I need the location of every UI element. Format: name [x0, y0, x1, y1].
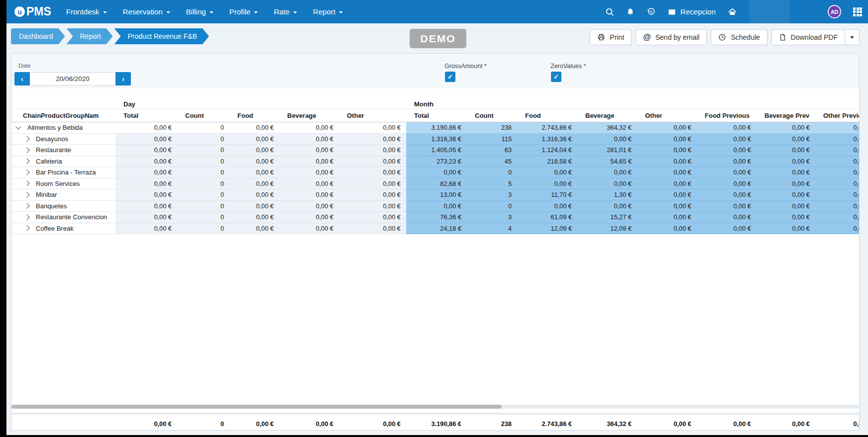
column-header-month-other-previous[interactable]: Other Previous [815, 109, 859, 122]
date-input[interactable] [30, 72, 115, 86]
row-value-cell: 0,00 € [697, 134, 757, 145]
table-row-bar-piscina-terraza[interactable]: Bar Piscina - Terraza0,00 €00,00 €0,00 €… [11, 167, 859, 178]
row-value-cell: 0,00 € [339, 145, 406, 156]
table-row-cafeteria[interactable]: Cafeteria0,00 €00,00 €0,00 €0,00 €273,23… [11, 156, 859, 168]
breadcrumb-item-dashboard[interactable]: Dashboard [11, 28, 65, 44]
table-row-restaurante-convencion[interactable]: Restaurante Convencion0,00 €00,00 €0,00 … [11, 212, 859, 223]
row-value-cell: 0,00 € [815, 122, 859, 134]
expand-chevron-icon[interactable] [24, 192, 29, 197]
expand-chevron-icon[interactable] [24, 159, 29, 164]
nav-item-report[interactable]: Report [313, 7, 343, 16]
search-icon[interactable] [605, 7, 614, 16]
pms-logo-text: PMS [26, 5, 51, 18]
row-name-cell: Bar Piscina - Terraza [11, 167, 115, 178]
row-value-cell: 1.316,36 € [517, 134, 577, 145]
column-header-name[interactable]: ChainProductGroupNam [11, 109, 115, 122]
totals-value-cell: 0,00 € [229, 417, 279, 430]
column-header-month-other[interactable]: Other [637, 109, 697, 122]
column-header-day-count[interactable]: Count [177, 109, 229, 122]
table-row-banquetes[interactable]: Banquetes0,00 €00,00 €0,00 €0,00 €0,00 €… [11, 201, 859, 212]
row-value-cell: 1.405,05 € [406, 145, 467, 156]
horizontal-scrollbar-thumb[interactable] [11, 405, 502, 409]
horizontal-scrollbar[interactable] [11, 405, 859, 409]
row-value-cell: 2.743,86 € [517, 122, 577, 134]
nav-item-frontdesk[interactable]: Frontdesk [66, 7, 107, 16]
column-header-month-count[interactable]: Count [467, 109, 517, 122]
breadcrumb-item-report[interactable]: Report [67, 28, 113, 44]
breadcrumb-item-product-revenue-f-b[interactable]: Product Revenue F&B [114, 28, 209, 44]
app-window: u PMS FrontdeskReservationBillingProfile… [6, 0, 868, 435]
table-row-desayunos[interactable]: Desayunos0,00 €00,00 €0,00 €0,00 €1.316,… [11, 134, 859, 145]
pms-logo[interactable]: u PMS [14, 5, 51, 18]
row-value-cell: 0 [177, 189, 229, 201]
row-value-cell: 0,00 € [815, 145, 859, 156]
row-value-cell: 76,36 € [406, 212, 467, 223]
download-options-button[interactable] [845, 29, 860, 45]
row-value-cell: 5 [467, 178, 517, 190]
expand-chevron-icon[interactable] [24, 214, 29, 220]
send-email-label: Send by email [655, 33, 700, 41]
column-header-day-beverage[interactable]: Beverage [279, 109, 339, 122]
column-header-month-food-previous[interactable]: Food Previous [697, 109, 757, 122]
nav-item-billing[interactable]: Billing [186, 7, 214, 16]
chevron-down-icon [210, 11, 214, 13]
history-icon[interactable] [647, 7, 655, 16]
row-name-label: Alimentos y Bebida [27, 124, 83, 131]
row-value-cell: 0,00 € [637, 134, 697, 145]
date-prev-button[interactable] [14, 72, 30, 86]
column-header-day-food[interactable]: Food [229, 109, 279, 122]
nav-item-profile[interactable]: Profile [229, 7, 258, 16]
zero-values-checkbox[interactable] [551, 72, 561, 82]
expand-chevron-icon[interactable] [24, 226, 29, 231]
expand-chevron-icon[interactable] [24, 170, 29, 175]
gross-amount-checkbox[interactable] [445, 72, 455, 82]
expand-chevron-icon[interactable] [24, 147, 29, 153]
totals-value-cell: 0 [177, 417, 229, 430]
expand-chevron-icon[interactable] [24, 181, 29, 186]
column-header-month-beverage[interactable]: Beverage [577, 109, 637, 122]
collapse-chevron-icon[interactable] [15, 124, 21, 130]
date-next-button[interactable] [115, 72, 131, 86]
row-value-cell: 0,00 € [229, 212, 279, 223]
row-value-cell: 12,09 € [577, 223, 637, 235]
table-header-row: ChainProductGroupNamTotalCountFoodBevera… [11, 109, 859, 122]
notifications-bell-icon[interactable] [626, 7, 635, 16]
row-value-cell: 0,00 € [517, 201, 577, 212]
row-value-cell: 0 [177, 167, 229, 178]
print-button[interactable]: Print [590, 29, 632, 45]
row-value-cell: 1.316,36 € [406, 134, 467, 145]
row-value-cell: 238 [467, 122, 517, 134]
table-row-room-services[interactable]: Room Services0,00 €00,00 €0,00 €0,00 €82… [11, 178, 859, 190]
row-value-cell: 0,00 € [577, 201, 637, 212]
table-row-alimentos-y-bebida[interactable]: Alimentos y Bebida0,00 €00,00 €0,00 €0,0… [11, 122, 859, 134]
column-header-month-food[interactable]: Food [517, 109, 577, 122]
home-icon[interactable] [728, 7, 737, 16]
row-value-cell: 0,00 € [279, 201, 339, 212]
schedule-button[interactable]: Schedule [711, 29, 767, 45]
row-value-cell: 0,00 € [115, 122, 177, 134]
user-avatar[interactable]: AD [828, 5, 841, 18]
row-value-cell: 0,00 € [279, 122, 339, 134]
send-email-button[interactable]: @ Send by email [636, 29, 707, 45]
download-pdf-button[interactable]: Download PDF [771, 29, 845, 45]
nav-item-reservation[interactable]: Reservation [123, 7, 170, 16]
expand-chevron-icon[interactable] [24, 136, 29, 142]
row-value-cell: 0,00 € [815, 223, 859, 235]
table-row-minibar[interactable]: Minibar0,00 €00,00 €0,00 €0,00 €13,00 €3… [11, 189, 859, 201]
column-header-month-total[interactable]: Total [406, 109, 467, 122]
row-name-label: Room Services [36, 180, 80, 187]
row-value-cell: 115 [467, 134, 517, 145]
apps-grid-icon[interactable] [853, 7, 862, 16]
table-row-restaurante[interactable]: Restaurante0,00 €00,00 €0,00 €0,00 €1.40… [11, 145, 859, 156]
nav-item-label: Report [313, 7, 335, 16]
table-row-coffee-break[interactable]: Coffee Break0,00 €00,00 €0,00 €0,00 €24,… [11, 223, 859, 235]
row-value-cell: 0,00 € [517, 178, 577, 190]
row-value-cell: 24,18 € [406, 223, 467, 235]
nav-item-rate[interactable]: Rate [274, 7, 297, 16]
column-header-day-total[interactable]: Total [115, 109, 177, 122]
column-header-month-beverage-prev[interactable]: Beverage Prev [757, 109, 815, 122]
expand-chevron-icon[interactable] [24, 203, 29, 209]
row-value-cell: 45 [467, 156, 517, 168]
column-header-day-other[interactable]: Other [339, 109, 406, 122]
workstation-selector[interactable]: Recepcion [667, 7, 716, 16]
